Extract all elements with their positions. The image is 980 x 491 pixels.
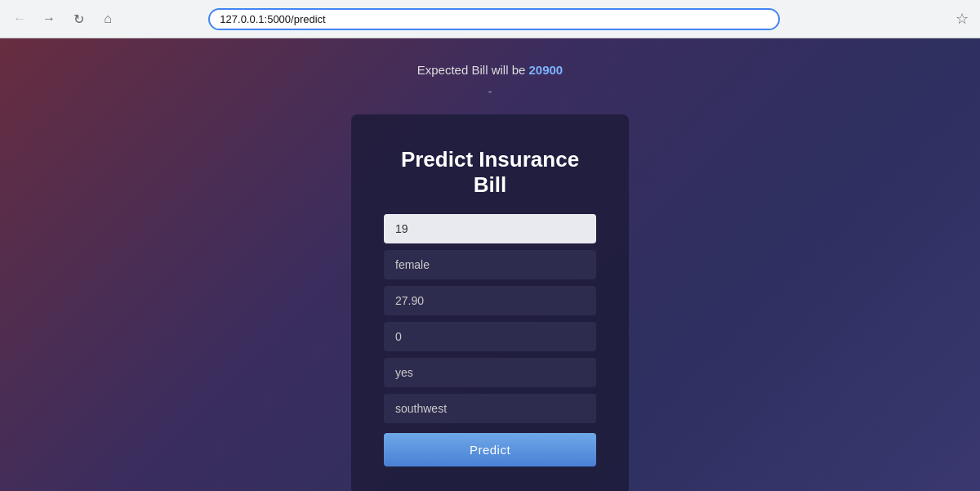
- children-input[interactable]: [384, 322, 596, 351]
- browser-toolbar: ← → ↻ ⌂ ☆: [0, 0, 980, 38]
- dash-separator: -: [488, 85, 492, 98]
- smoker-input[interactable]: [384, 358, 596, 387]
- address-bar[interactable]: [208, 8, 780, 30]
- bookmark-button[interactable]: ☆: [952, 7, 972, 31]
- result-value: 20900: [529, 63, 564, 77]
- back-button[interactable]: ←: [8, 7, 31, 30]
- form-title: Predict Insurance Bill: [384, 147, 596, 198]
- address-bar-container: [208, 8, 780, 30]
- reload-button[interactable]: ↻: [67, 7, 90, 30]
- bmi-input[interactable]: [384, 286, 596, 315]
- result-message: Expected Bill will be 20900: [417, 63, 563, 77]
- form-card: Predict Insurance Bill Predict: [351, 114, 629, 491]
- age-input[interactable]: [384, 214, 596, 243]
- region-input[interactable]: [384, 394, 596, 423]
- result-text-prefix: Expected Bill will be: [417, 63, 529, 77]
- sex-input[interactable]: [384, 250, 596, 279]
- home-button[interactable]: ⌂: [96, 7, 119, 30]
- predict-button[interactable]: Predict: [384, 433, 596, 466]
- forward-button[interactable]: →: [38, 7, 60, 30]
- page-content: Expected Bill will be 20900 - Predict In…: [0, 38, 980, 491]
